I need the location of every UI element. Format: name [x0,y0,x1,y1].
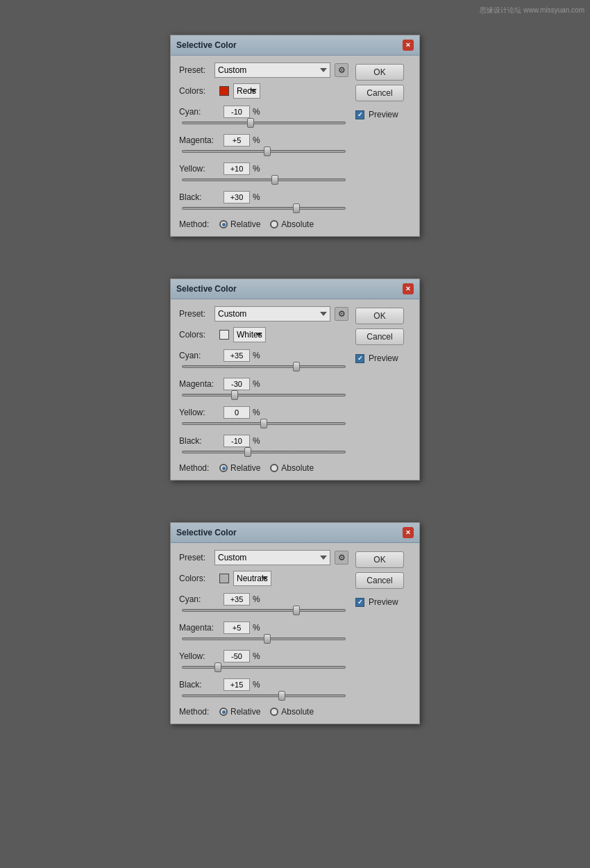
slider-thumb[interactable] [293,606,300,615]
slider-track-container[interactable] [179,206,348,214]
cancel-button[interactable]: Cancel [355,572,404,589]
slider-thumb[interactable] [247,118,254,128]
slider-value-input[interactable] [224,349,250,362]
preview-row[interactable]: Preview [355,353,411,363]
slider-track-container[interactable] [179,665,348,673]
radio-relative[interactable]: Relative [219,463,260,473]
method-row: Method:RelativeAbsolute [179,707,348,717]
preview-row[interactable]: Preview [355,597,411,607]
slider-track[interactable] [182,365,346,368]
radio-absolute[interactable]: Absolute [270,707,314,717]
colors-select[interactable]: Whites [233,327,266,342]
slider-percent: % [253,379,260,389]
watermark-text: 思缘设计论坛 www.missyuan.com [480,6,584,15]
slider-thumb[interactable] [244,447,251,457]
dialog-titlebar: Selective Color [171,279,419,299]
slider-label: Magenta: [179,623,221,633]
slider-track[interactable] [182,422,346,425]
radio-relative[interactable]: Relative [219,707,260,717]
slider-track-container[interactable] [179,636,348,644]
slider-value-input[interactable] [224,162,250,175]
slider-thumb[interactable] [264,147,271,156]
slider-thumb[interactable] [214,662,221,672]
preview-checkbox[interactable] [355,354,364,363]
preset-select[interactable]: Custom [214,306,330,322]
slider-top: Black:% [179,435,348,447]
slider-value-input[interactable] [224,191,250,203]
preview-checkbox[interactable] [355,598,364,607]
slider-value-input[interactable] [224,650,250,662]
slider-thumb[interactable] [293,203,300,213]
slider-row-1: Magenta:% [179,134,348,157]
slider-value-input[interactable] [224,106,250,118]
slider-track-container[interactable] [179,177,348,185]
close-button[interactable] [403,527,414,538]
close-button[interactable] [403,283,414,294]
slider-track[interactable] [182,394,346,397]
cancel-button[interactable]: Cancel [355,85,404,101]
slider-percent: % [253,594,260,604]
slider-thumb[interactable] [271,175,278,185]
radio-relative[interactable]: Relative [219,219,260,229]
radio-absolute[interactable]: Absolute [270,219,314,229]
method-row: Method:RelativeAbsolute [179,463,348,473]
slider-track[interactable] [182,666,346,669]
slider-track[interactable] [182,609,346,612]
slider-track-container[interactable] [179,608,348,616]
cancel-button[interactable]: Cancel [355,328,404,345]
slider-track-container[interactable] [179,693,348,701]
slider-value-input[interactable] [224,678,250,691]
dialog-body: Preset:Custom⚙Colors:NeutralsCyan:%Magen… [171,543,419,724]
colors-wrapper: Reds [219,83,260,99]
ok-button[interactable]: OK [355,64,404,81]
slider-thumb[interactable] [293,362,300,372]
slider-track[interactable] [182,207,346,210]
slider-track-container[interactable] [179,421,348,429]
preview-checkbox[interactable] [355,110,364,119]
slider-label: Yellow: [179,164,221,174]
radio-label: Relative [230,463,260,473]
method-label: Method: [179,219,214,229]
slider-track[interactable] [182,637,346,640]
slider-value-input[interactable] [224,378,250,390]
slider-thumb[interactable] [264,634,271,644]
slider-value-input[interactable] [224,435,250,447]
preset-select[interactable]: Custom [214,550,330,565]
slider-label: Cyan: [179,351,221,360]
slider-value-input[interactable] [224,134,250,147]
slider-track-container[interactable] [179,149,348,157]
slider-top: Cyan:% [179,593,348,606]
slider-track[interactable] [182,150,346,153]
close-button[interactable] [403,40,414,51]
radio-label: Absolute [281,707,314,717]
gear-icon[interactable]: ⚙ [335,63,348,77]
slider-thumb[interactable] [260,419,267,428]
radio-absolute[interactable]: Absolute [270,463,314,473]
gear-icon[interactable]: ⚙ [335,307,348,321]
preset-select[interactable]: Custom [214,62,330,78]
slider-thumb[interactable] [278,691,285,701]
color-swatch [219,330,229,340]
preview-row[interactable]: Preview [355,110,411,119]
slider-track-container[interactable] [179,392,348,401]
colors-select[interactable]: Neutrals [233,571,271,586]
colors-select[interactable]: Reds [233,83,260,99]
slider-track-container[interactable] [179,364,348,372]
slider-track[interactable] [182,694,346,697]
ok-button[interactable]: OK [355,551,404,568]
slider-track[interactable] [182,451,346,453]
slider-track[interactable] [182,178,346,181]
radio-circle [219,464,228,472]
gear-icon[interactable]: ⚙ [335,551,348,565]
dialog-titlebar: Selective Color [171,35,419,56]
ok-button[interactable]: OK [355,308,404,324]
slider-value-input[interactable] [224,621,250,634]
slider-value-input[interactable] [224,406,250,419]
slider-track-container[interactable] [179,449,348,458]
slider-track[interactable] [182,122,346,124]
slider-track-container[interactable] [179,120,348,128]
slider-value-input[interactable] [224,593,250,606]
preset-row: Preset:Custom⚙ [179,306,348,322]
slider-label: Black: [179,192,221,202]
slider-thumb[interactable] [231,390,238,400]
